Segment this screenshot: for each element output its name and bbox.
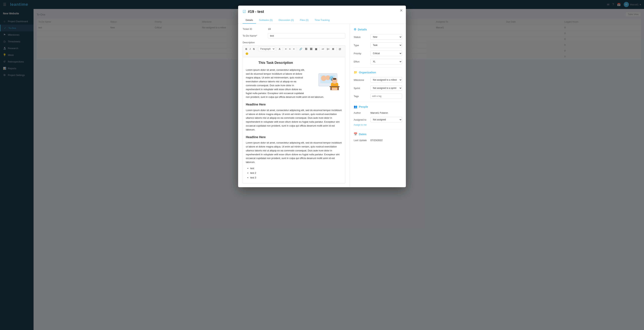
organization-section-label: Organization bbox=[359, 71, 376, 74]
mention-button[interactable]: @ bbox=[338, 47, 342, 51]
format-select[interactable]: Paragraph Heading 1 Heading 2 bbox=[258, 47, 275, 51]
people-icon: 👥 bbox=[354, 105, 358, 108]
editor-illustration bbox=[308, 60, 342, 92]
modal-overlay[interactable]: ☑ #19 - test ✕ Details Subtasks (0) Disc… bbox=[0, 0, 644, 330]
tab-discussion[interactable]: Discussion (0) bbox=[276, 17, 297, 24]
type-select[interactable]: Task Bug Feature bbox=[370, 42, 402, 48]
todo-name-row: To-Do Name* bbox=[242, 33, 345, 39]
section-divider-3 bbox=[354, 129, 402, 129]
ordered-list-button[interactable]: 1≡ bbox=[326, 47, 330, 51]
details-section-label: Details bbox=[358, 28, 367, 31]
type-field: Type Task Bug Feature bbox=[354, 42, 402, 48]
status-select[interactable]: New In Progress Done bbox=[370, 34, 402, 40]
sprint-select[interactable]: Not assigned to a sprint bbox=[370, 85, 402, 91]
sprint-label: Sprint bbox=[354, 87, 368, 90]
table-button[interactable]: ⊞ bbox=[331, 47, 335, 51]
todo-name-label: To-Do Name* bbox=[242, 34, 265, 37]
tags-label: Tags bbox=[354, 95, 368, 98]
details-icon: ⚙ bbox=[354, 28, 356, 31]
ticket-id-label: Ticket ID bbox=[242, 28, 265, 31]
list-item: test bbox=[250, 167, 342, 171]
milestone-label: Milestone bbox=[354, 79, 368, 81]
svg-rect-11 bbox=[333, 78, 336, 80]
toolbar-separator-4 bbox=[297, 47, 297, 51]
image-button[interactable]: 🖼 bbox=[309, 47, 314, 51]
dates-section-label: Dates bbox=[359, 132, 366, 136]
bullet-list-button[interactable]: •≡ bbox=[321, 47, 325, 51]
ticket-id-row: Ticket ID 19 bbox=[242, 28, 345, 31]
tab-subtasks[interactable]: Subtasks (0) bbox=[256, 17, 276, 24]
svg-rect-7 bbox=[330, 86, 340, 87]
description-label: Description bbox=[242, 41, 345, 44]
details-section-title: ⚙ Details bbox=[354, 28, 402, 31]
svg-rect-8 bbox=[330, 87, 332, 90]
assigned-to-select[interactable]: Not assigned Marcel1 Folaron bbox=[370, 117, 402, 122]
status-label: Status bbox=[354, 36, 368, 39]
people-section-label: People bbox=[359, 105, 368, 108]
link-button[interactable]: 🔗 bbox=[298, 47, 303, 51]
strikethrough-button[interactable]: S bbox=[252, 47, 256, 51]
type-label: Type bbox=[354, 44, 368, 47]
section-divider-1 bbox=[354, 67, 402, 68]
list-item: test 3 bbox=[250, 176, 342, 180]
modal-body: Ticket ID 19 To-Do Name* Description B I… bbox=[238, 24, 406, 187]
svg-rect-9 bbox=[338, 87, 339, 90]
effort-label: Effort bbox=[354, 60, 368, 63]
tab-time-tracking[interactable]: Time Tracking bbox=[312, 17, 332, 24]
todo-name-input[interactable] bbox=[268, 33, 345, 39]
editor-headline2: Headline Here bbox=[246, 135, 342, 140]
modal-right-panel: ⚙ Details Status New In Progress Done Ty… bbox=[350, 24, 406, 187]
effort-select[interactable]: XS S M L XL bbox=[370, 59, 402, 64]
assigned-to-field: Assigned to Not assigned Marcel1 Folaron bbox=[354, 117, 402, 122]
modal-title-text: #19 - test bbox=[248, 10, 264, 14]
section-divider-2 bbox=[354, 102, 402, 102]
toolbar-separator-2 bbox=[276, 47, 276, 51]
editor-content[interactable]: This Task Description Lorem ipsum dolor … bbox=[242, 57, 345, 184]
description-section: Description B I S Paragraph Heading 1 He… bbox=[242, 41, 345, 184]
organization-section-title: 📁 Organization bbox=[354, 71, 402, 74]
author-field: Author Marcel1 Folaron bbox=[354, 111, 402, 114]
italic-button[interactable]: I bbox=[248, 47, 252, 51]
align-right-button[interactable]: ≡ bbox=[292, 47, 296, 51]
modal-header: ☑ #19 - test ✕ Details Subtasks (0) Disc… bbox=[238, 6, 406, 24]
status-field: Status New In Progress Done bbox=[354, 34, 402, 40]
toolbar-separator-1 bbox=[257, 47, 257, 51]
author-label: Author bbox=[354, 111, 368, 114]
unlink-button[interactable]: ⛓ bbox=[304, 47, 308, 51]
last-update-field: Last Update 07/23/2022 bbox=[354, 139, 402, 142]
align-center-button[interactable]: ≡ bbox=[288, 47, 292, 51]
emoji-button[interactable]: 🙂 bbox=[244, 52, 250, 56]
editor-list: test test 2 test 3 bbox=[246, 167, 342, 180]
milestone-select[interactable]: Not assigned to a milest bbox=[370, 77, 402, 83]
svg-point-12 bbox=[331, 80, 332, 80]
assign-to-me-link[interactable]: Assign to me bbox=[354, 124, 402, 126]
milestone-field: Milestone Not assigned to a milest bbox=[354, 77, 402, 83]
sprint-field: Sprint Not assigned to a sprint bbox=[354, 85, 402, 91]
bold-button[interactable]: B bbox=[244, 47, 248, 51]
tab-files[interactable]: Files (0) bbox=[297, 17, 312, 24]
people-section-title: 👥 People bbox=[354, 105, 402, 108]
toolbar-separator-6 bbox=[336, 47, 336, 51]
last-update-value: 07/23/2022 bbox=[370, 139, 382, 142]
modal-left-panel: Ticket ID 19 To-Do Name* Description B I… bbox=[238, 24, 350, 187]
task-check-icon: ☑ bbox=[242, 9, 246, 14]
assigned-to-label: Assigned to bbox=[354, 118, 368, 121]
priority-label: Priority bbox=[354, 52, 368, 55]
close-button[interactable]: ✕ bbox=[400, 9, 403, 12]
priority-select[interactable]: Critical High Medium Low bbox=[370, 51, 402, 56]
dates-section-title: 📅 Dates bbox=[354, 132, 402, 136]
author-value: Marcel1 Folaron bbox=[370, 111, 388, 114]
calendar-section-icon: 📅 bbox=[354, 132, 358, 136]
editor-toolbar: B I S Paragraph Heading 1 Heading 2 A ≡ bbox=[242, 45, 345, 57]
embed-button[interactable]: ▣ bbox=[314, 47, 318, 51]
tags-input[interactable] bbox=[370, 93, 402, 99]
svg-point-2 bbox=[321, 76, 326, 81]
modal-tabs: Details Subtasks (0) Discussion (0) File… bbox=[242, 17, 402, 24]
last-update-label: Last Update bbox=[354, 139, 368, 142]
align-left-button[interactable]: ≡ bbox=[284, 47, 288, 51]
tab-details[interactable]: Details bbox=[242, 17, 256, 24]
font-color-button[interactable]: A bbox=[278, 47, 282, 51]
priority-field: Priority Critical High Medium Low bbox=[354, 51, 402, 56]
modal-title-area: ☑ #19 - test bbox=[242, 9, 402, 14]
editor-body3: Lorem ipsum dolor sit amet, consectetur … bbox=[246, 141, 342, 164]
